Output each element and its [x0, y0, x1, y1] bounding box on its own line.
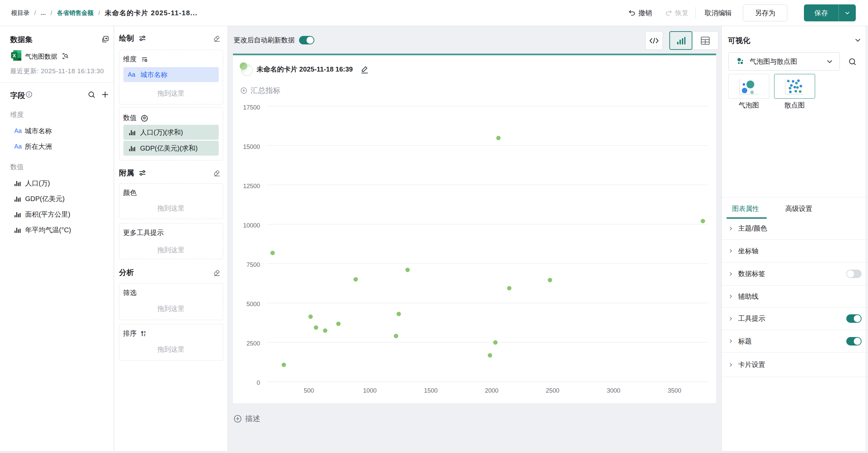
svg-text:3000: 3000 [607, 387, 620, 394]
svg-text:5000: 5000 [246, 301, 260, 308]
svg-text:Z: Z [144, 334, 145, 337]
svg-text:3500: 3500 [668, 387, 681, 394]
svg-text:A: A [144, 331, 146, 334]
svg-text:17500: 17500 [243, 104, 260, 111]
svg-text:1000: 1000 [363, 387, 377, 394]
svg-text:1500: 1500 [424, 387, 437, 394]
svg-text:10000: 10000 [243, 222, 260, 229]
svg-text:2500: 2500 [246, 340, 260, 347]
svg-text:X: X [13, 53, 16, 58]
svg-text:15000: 15000 [243, 143, 260, 150]
svg-text:2500: 2500 [546, 387, 559, 394]
svg-text:12500: 12500 [243, 183, 260, 190]
svg-text:0: 0 [257, 379, 260, 386]
svg-text:7500: 7500 [246, 261, 260, 268]
svg-text:500: 500 [304, 387, 314, 394]
svg-text:2000: 2000 [485, 387, 498, 394]
